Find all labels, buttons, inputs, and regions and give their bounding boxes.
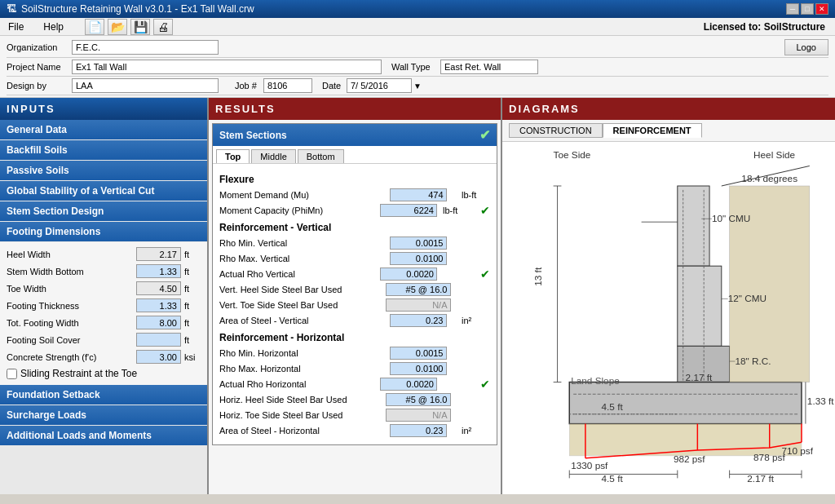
pressure1-label: 1330 psf	[571, 460, 608, 471]
footing-thickness-row: Footing Thickness ft	[3, 297, 204, 314]
minimize-button[interactable]: ─	[786, 3, 799, 15]
new-button[interactable]: 📄	[85, 19, 104, 35]
sidebar-item-general-data[interactable]: General Data	[0, 120, 207, 139]
area-steel-horiz-unit: in²	[462, 426, 490, 435]
moment-capacity-value: 6224	[380, 204, 437, 217]
close-button[interactable]: ✕	[815, 3, 828, 15]
cmu-top-label: 10" CMU	[712, 213, 750, 223]
footing-thick-label: 1.33 ft	[807, 396, 834, 406]
print-button[interactable]: 🖨	[153, 19, 173, 35]
concrete-strength-label: Concrete Strength (f'c)	[7, 352, 113, 362]
rho-min-horiz-value: 0.0015	[390, 347, 447, 360]
app-icon: 🏗	[7, 3, 16, 15]
toe-width-unit: ft	[184, 284, 201, 294]
tab-bottom[interactable]: Bottom	[298, 149, 344, 163]
org-input[interactable]	[72, 40, 219, 55]
actual-rho-horiz-value: 0.0020	[380, 378, 437, 391]
open-button[interactable]: 📂	[108, 19, 127, 35]
stem-width-bottom-input[interactable]	[136, 264, 181, 278]
actual-rho-horiz-row: Actual Rho Horizontal 0.0020 ✔	[219, 378, 490, 391]
project-label: Project Name	[7, 62, 72, 72]
vert-heel-bar-row: Vert. Heel Side Steel Bar Used #5 @ 16.0	[219, 283, 490, 296]
tot-footing-width-input[interactable]	[136, 316, 181, 329]
toe-width-row: Toe Width ft	[3, 280, 204, 297]
sliding-restraint-checkbox[interactable]	[7, 369, 17, 379]
maximize-button[interactable]: □	[801, 3, 814, 15]
sidebar-item-foundation-setback[interactable]: Foundation Setback	[0, 385, 207, 405]
toe-inner-label: 4.5 ft	[602, 401, 624, 412]
sidebar-item-passive-soils[interactable]: Passive Soils	[0, 161, 207, 180]
heel-width-row: Heel Width ft	[3, 245, 204, 263]
tab-reinforcement[interactable]: REINFORCEMENT	[603, 123, 702, 138]
heel-width-input[interactable]	[136, 247, 181, 261]
stem-width-bottom-row: Stem Width Bottom ft	[3, 263, 204, 280]
horiz-heel-bar-label: Horiz. Heel Side Steel Bar Used	[219, 395, 374, 405]
pressure4-label: 710 psf	[781, 445, 813, 456]
actual-rho-vert-label: Actual Rho Vertical	[219, 269, 374, 279]
area-steel-horiz-value: 0.23	[390, 424, 447, 437]
concrete-strength-unit: ksi	[184, 352, 201, 362]
footing-soil-cover-input[interactable]	[136, 333, 181, 347]
help-menu[interactable]: Help	[38, 20, 68, 34]
actual-rho-vert-value: 0.0020	[380, 267, 437, 281]
file-menu[interactable]: File	[3, 20, 29, 34]
stem-tabs: Top Middle Bottom	[213, 146, 497, 164]
project-input[interactable]	[72, 60, 382, 74]
left-content: General Data Backfill Soils Passive Soil…	[0, 120, 207, 494]
horiz-toe-bar-row: Horiz. Toe Side Steel Bar Used N/A	[219, 409, 490, 422]
horiz-heel-bar-row: Horiz. Heel Side Steel Bar Used #5 @ 16.…	[219, 393, 490, 406]
stem-width-bottom-label: Stem Width Bottom	[7, 267, 113, 276]
date-input[interactable]	[347, 78, 412, 93]
vert-toe-bar-label: Vert. Toe Side Steel Bar Used	[219, 300, 374, 310]
stem-sections-box: Stem Sections ✔ Top Middle Bottom Flexur…	[212, 123, 497, 445]
moment-capacity-unit: lb-ft	[443, 206, 471, 215]
stem-sections-check: ✔	[479, 127, 490, 143]
wall-type-input[interactable]	[440, 60, 538, 74]
vert-toe-bar-row: Vert. Toe Side Steel Bar Used N/A	[219, 298, 490, 312]
job-label: Job #	[235, 81, 263, 91]
heel-width-dim-label: 2.17 ft	[747, 473, 774, 484]
area-steel-vert-row: Area of Steel - Vertical 0.23 in²	[219, 314, 490, 327]
tab-top[interactable]: Top	[216, 149, 250, 163]
sidebar-item-backfill-soils[interactable]: Backfill Soils	[0, 140, 207, 160]
rho-min-vert-label: Rho Min. Vertical	[219, 238, 374, 248]
job-input[interactable]	[263, 78, 312, 93]
menu-bar: File Help 📄 📂 💾 🖨 Licensed to: SoilStruc…	[0, 18, 835, 36]
stem-width-bottom-unit: ft	[184, 267, 201, 276]
toe-side-label: Toe Side	[554, 149, 591, 160]
concrete-strength-row: Concrete Strength (f'c) ksi	[3, 348, 204, 365]
middle-panel: RESULTS Stem Sections ✔ Top Middle Botto…	[209, 98, 502, 494]
tot-footing-width-row: Tot. Footing Width ft	[3, 314, 204, 331]
angle-label: 18.4 degrees	[741, 173, 797, 183]
rho-max-horiz-row: Rho Max. Horizontal 0.0100	[219, 362, 490, 375]
toe-width-input[interactable]	[136, 281, 181, 295]
diagram-area: Toe Side Heel Side 18.4 degrees	[502, 142, 835, 494]
tab-construction[interactable]: CONSTRUCTION	[509, 123, 603, 138]
stem-top	[678, 186, 709, 266]
header-fields: Organization Logo Project Name Wall Type…	[0, 36, 835, 98]
design-by-input[interactable]	[72, 78, 219, 93]
date-label: Date	[322, 81, 347, 91]
logo-button[interactable]: Logo	[784, 39, 828, 55]
sidebar-item-footing-dims[interactable]: Footing Dimensions	[0, 222, 207, 241]
footing-thickness-input[interactable]	[136, 298, 181, 312]
left-panel: INPUTS General Data Backfill Soils Passi…	[0, 98, 209, 494]
sidebar-item-additional-loads[interactable]: Additional Loads and Moments	[0, 426, 207, 445]
vert-heel-bar-label: Vert. Heel Side Steel Bar Used	[219, 285, 374, 294]
moment-demand-unit: lb-ft	[462, 190, 490, 200]
horiz-toe-bar-label: Horiz. Toe Side Steel Bar Used	[219, 410, 374, 420]
area-steel-vert-unit: in²	[462, 316, 490, 325]
sidebar-item-stem-section[interactable]: Stem Section Design	[0, 201, 207, 221]
sidebar-item-surcharge-loads[interactable]: Surcharge Loads	[0, 405, 207, 425]
heel-width-label: Heel Width	[7, 250, 113, 259]
concrete-strength-input[interactable]	[136, 350, 181, 364]
save-button[interactable]: 💾	[130, 19, 150, 35]
org-label: Organization	[7, 42, 72, 52]
sidebar-item-global-stability[interactable]: Global Stability of a Vertical Cut	[0, 181, 207, 201]
reinf-horiz-title: Reinforcement - Horizontal	[219, 332, 490, 343]
tab-middle[interactable]: Middle	[251, 149, 295, 163]
moment-capacity-row: Moment Capacity (PhiMn) 6224 lb-ft ✔	[219, 204, 490, 217]
moment-demand-value: 474	[390, 188, 447, 201]
sliding-restraint-row: Sliding Restraint at the Toe	[3, 365, 204, 382]
date-dropdown-icon[interactable]: ▼	[413, 82, 422, 91]
